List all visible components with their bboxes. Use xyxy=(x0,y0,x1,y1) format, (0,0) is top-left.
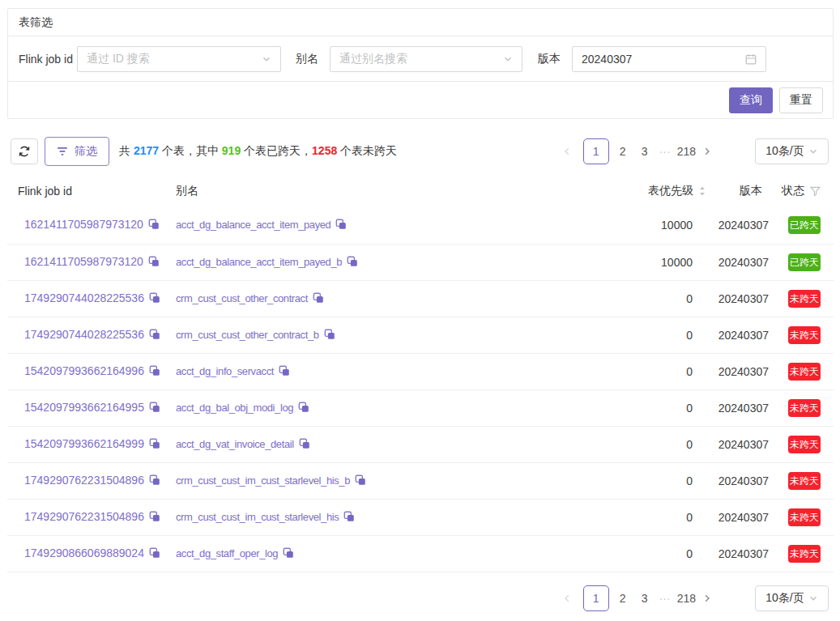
version-cell: 20240307 xyxy=(706,535,775,572)
priority-cell: 0 xyxy=(518,426,706,462)
table-row: 1749290762231504896 crm_cust_cust_im_cus… xyxy=(7,499,834,535)
pagination-prev[interactable] xyxy=(561,585,573,611)
pagination-bottom: 123···21810条/页 xyxy=(561,585,834,611)
version-cell: 20240307 xyxy=(706,389,775,426)
alias-link[interactable]: crm_cust_cust_other_contract xyxy=(176,292,308,304)
status-badge: 未跨天 xyxy=(788,326,821,344)
pagination-next[interactable] xyxy=(701,138,713,164)
pagination-page-2[interactable]: 2 xyxy=(616,138,630,164)
reset-button[interactable]: 重置 xyxy=(779,87,823,113)
priority-cell: 0 xyxy=(518,280,706,317)
col-priority[interactable]: 表优先级 xyxy=(518,175,706,207)
copy-icon[interactable] xyxy=(335,219,347,232)
copy-icon[interactable] xyxy=(149,402,160,415)
status-badge: 未跨天 xyxy=(788,545,821,563)
pagination-page-3[interactable]: 3 xyxy=(637,585,652,611)
alias-link[interactable]: acct_dg_balance_acct_item_payed xyxy=(176,219,330,231)
copy-icon[interactable] xyxy=(149,438,160,452)
pagination-ellipsis[interactable]: ··· xyxy=(658,585,672,611)
flink-job-id-link[interactable]: 1749290744028225536 xyxy=(24,291,144,304)
pagination-page-1[interactable]: 1 xyxy=(583,138,609,164)
flink-job-id-label: Flink job id xyxy=(19,53,77,66)
alias-link[interactable]: acct_dg_vat_invoice_detail xyxy=(176,438,294,450)
copy-icon[interactable] xyxy=(299,438,310,452)
version-cell: 20240307 xyxy=(706,280,775,317)
priority-cell: 0 xyxy=(518,535,706,572)
copy-icon[interactable] xyxy=(298,402,309,415)
filter-button[interactable]: 筛选 xyxy=(45,137,109,166)
version-date-input[interactable]: 20240307 xyxy=(572,46,766,72)
flink-job-id-link[interactable]: 1749290866069889024 xyxy=(24,547,144,559)
filter-panel-title: 表筛选 xyxy=(8,9,833,36)
copy-icon[interactable] xyxy=(313,292,324,306)
priority-cell: 0 xyxy=(518,389,706,426)
pagination-ellipsis[interactable]: ··· xyxy=(658,138,672,164)
filter-icon xyxy=(57,147,68,156)
alias-select[interactable]: 通过别名搜索 xyxy=(330,46,522,72)
col-version: 版本 xyxy=(706,175,775,207)
pagination-prev[interactable] xyxy=(561,138,573,164)
copy-icon[interactable] xyxy=(355,474,366,488)
priority-cell: 0 xyxy=(518,317,706,353)
version-date-value: 20240307 xyxy=(582,53,745,66)
col-status[interactable]: 状态 xyxy=(775,175,834,207)
table-row: 1542097993662164995 acct_dg_bal_obj_modi… xyxy=(7,389,834,426)
filter-funnel-icon[interactable] xyxy=(810,186,821,197)
table-row: 1621411705987973120 acct_dg_balance_acct… xyxy=(7,207,834,244)
page-size-select[interactable]: 10条/页 xyxy=(755,138,829,164)
page-size-select[interactable]: 10条/页 xyxy=(755,585,829,611)
table-row: 1749290762231504896 crm_cust_cust_im_cus… xyxy=(7,462,834,499)
pagination-page-218[interactable]: 218 xyxy=(677,585,696,611)
alias-link[interactable]: acct_dg_staff_oper_log xyxy=(176,547,278,559)
flink-job-id-link[interactable]: 1542097993662164995 xyxy=(24,401,144,414)
alias-link[interactable]: crm_cust_cust_other_contract_b xyxy=(176,329,319,341)
status-badge: 未跨天 xyxy=(788,290,821,308)
pagination-next[interactable] xyxy=(701,585,713,611)
alias-link[interactable]: acct_dg_balance_acct_item_payed_b xyxy=(176,256,342,268)
copy-icon[interactable] xyxy=(324,329,335,342)
alias-link[interactable]: crm_cust_cust_im_cust_starlevel_his xyxy=(176,511,339,523)
status-badge: 未跨天 xyxy=(788,436,821,453)
alias-link[interactable]: crm_cust_cust_im_cust_starlevel_his_b xyxy=(176,474,350,487)
summary-text: 共 2177 个表，其中 919 个表已跨天，1258 个表未跨天 xyxy=(119,144,397,159)
version-label: 版本 xyxy=(538,52,561,66)
alias-link[interactable]: acct_dg_info_servacct xyxy=(176,365,274,377)
flink-job-id-link[interactable]: 1621411705987973120 xyxy=(24,218,143,231)
pagination-page-1[interactable]: 1 xyxy=(583,585,609,611)
copy-icon[interactable] xyxy=(149,547,160,561)
filter-button-label: 筛选 xyxy=(75,144,97,159)
flink-job-id-link[interactable]: 1749290744028225536 xyxy=(24,328,144,341)
copy-icon[interactable] xyxy=(283,547,294,561)
pagination-page-218[interactable]: 218 xyxy=(677,138,696,164)
copy-icon[interactable] xyxy=(148,219,160,232)
copy-icon[interactable] xyxy=(148,256,160,270)
copy-icon[interactable] xyxy=(149,292,160,306)
copy-icon[interactable] xyxy=(149,365,160,379)
flink-job-id-link[interactable]: 1749290762231504896 xyxy=(24,474,144,487)
copy-icon[interactable] xyxy=(149,474,160,488)
version-cell: 20240307 xyxy=(706,426,775,462)
pagination-page-2[interactable]: 2 xyxy=(616,585,630,611)
copy-icon[interactable] xyxy=(347,256,358,270)
flink-job-id-link[interactable]: 1542097993662164999 xyxy=(24,437,144,450)
copy-icon[interactable] xyxy=(343,511,355,525)
version-cell: 20240307 xyxy=(706,207,775,244)
status-badge: 未跨天 xyxy=(788,472,821,490)
pagination-page-3[interactable]: 3 xyxy=(637,138,652,164)
flink-job-id-link[interactable]: 1621411705987973120 xyxy=(24,255,143,268)
copy-icon[interactable] xyxy=(149,511,160,525)
alias-placeholder: 通过别名搜索 xyxy=(339,52,503,66)
tables-table: Flink job id 别名 表优先级 版本 状态 1621411705987… xyxy=(7,175,834,572)
alias-link[interactable]: acct_dg_bal_obj_modi_log xyxy=(176,402,293,414)
refresh-button[interactable] xyxy=(11,138,38,164)
copy-icon[interactable] xyxy=(279,365,290,379)
query-button[interactable]: 查询 xyxy=(729,87,773,113)
table-header-row: Flink job id 别名 表优先级 版本 状态 xyxy=(7,175,834,207)
page-size-label: 10条/页 xyxy=(765,591,804,606)
filter-panel: 表筛选 Flink job id 通过 ID 搜索 别名 通过别名搜索 版本 2… xyxy=(7,8,834,119)
flink-job-id-link[interactable]: 1749290762231504896 xyxy=(24,510,144,523)
flink-job-id-link[interactable]: 1542097993662164996 xyxy=(24,364,144,377)
copy-icon[interactable] xyxy=(149,329,160,342)
flink-job-id-select[interactable]: 通过 ID 搜索 xyxy=(77,46,281,72)
toolbar: 筛选 共 2177 个表，其中 919 个表已跨天，1258 个表未跨天 123… xyxy=(7,137,834,166)
